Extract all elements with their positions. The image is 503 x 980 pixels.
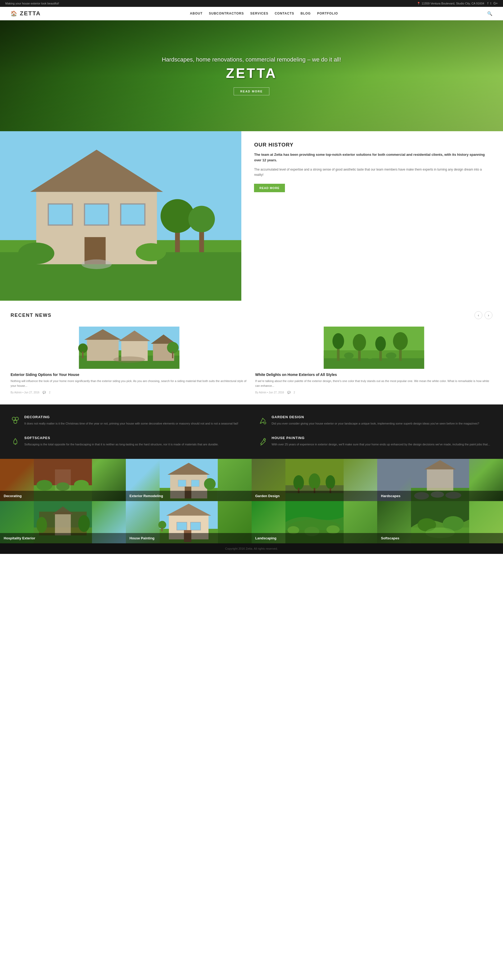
news-card-1-comments: 2 [49, 391, 51, 394]
portfolio-label-housepainting: House Painting [129, 536, 248, 540]
svg-point-14 [136, 243, 166, 261]
portfolio-label-hospitality: Hospitality Exterior [4, 536, 122, 540]
about-body-text: The accumulated level of expertise and a… [254, 167, 490, 178]
news-card-1-excerpt: Nothing will influence the look of your … [11, 379, 248, 388]
news-card-1-image [11, 326, 248, 369]
twitter-icon[interactable]: t [490, 2, 491, 5]
garden-icon [258, 416, 267, 428]
portfolio-item-housepainting[interactable]: House Painting [126, 501, 252, 543]
portfolio-item-softscapes[interactable]: Softscapes [377, 501, 503, 543]
nav-portfolio[interactable]: PORTFOLIO [317, 12, 338, 15]
portfolio-item-hardscapes[interactable]: Hardscapes [377, 459, 503, 501]
news-card-2-author: By Admin • Jun 27, 2016 [255, 391, 284, 394]
tagline: Making your house exterior look beautifu… [5, 2, 59, 5]
nav-subcontractors[interactable]: SUBCONTRACTORS [209, 12, 244, 15]
svg-rect-5 [48, 204, 72, 225]
news-section-header: RECENT NEWS ‹ › [11, 311, 492, 319]
nav-contacts[interactable]: CONTACTS [275, 12, 294, 15]
portfolio-label-exterior: Exterior Remodeling [129, 494, 248, 498]
portfolio-overlay-hospitality: Hospitality Exterior [0, 533, 126, 543]
header: 🏠 ZETTA ABOUT SUBCONTRACTORS SERVICES CO… [0, 7, 503, 20]
service-item-softscapes: SOFTSCAPES Softscaping is the total oppo… [11, 436, 245, 448]
news-nav-arrows: ‹ › [474, 311, 492, 319]
svg-point-47 [14, 420, 17, 423]
svg-rect-87 [55, 514, 71, 535]
svg-rect-57 [55, 469, 71, 490]
about-content: OUR HISTORY The team at Zetta has been p… [241, 131, 503, 301]
portfolio-item-landscaping[interactable]: Landscaping [252, 501, 377, 543]
svg-point-15 [81, 259, 112, 269]
hero-read-more-button[interactable]: READ MORE [234, 88, 269, 95]
svg-rect-51 [263, 438, 265, 440]
googleplus-icon[interactable]: G+ [493, 2, 498, 5]
address-bar: 📍 11559 Ventura Boulevard, Studio City, … [417, 2, 484, 5]
portfolio-label-softscapes: Softscapes [381, 536, 499, 540]
svg-point-43 [386, 352, 396, 359]
news-card-1-title: Exterior Siding Options for Your House [11, 372, 248, 377]
service-painting-title: HOUSE PAINTING [272, 436, 490, 440]
service-item-garden: GARDEN DESIGN Did you ever consider givi… [258, 415, 493, 428]
about-bold-text: The team at Zetta has been providing som… [254, 152, 490, 163]
painting-svg [258, 437, 267, 446]
nav-blog[interactable]: BLOG [300, 12, 311, 15]
svg-rect-93 [190, 522, 201, 530]
about-read-more-button[interactable]: READ MORE [254, 184, 285, 192]
svg-rect-6 [85, 204, 109, 225]
portfolio-label-hardscapes: Hardscapes [381, 494, 499, 498]
hero-subtitle: Hardscapes, home renovations, commercial… [162, 56, 341, 63]
about-image [0, 131, 241, 301]
portfolio-item-hospitality[interactable]: Hospitality Exterior [0, 501, 126, 543]
news-next-button[interactable]: › [484, 311, 492, 319]
news-card-1: Exterior Siding Options for Your House N… [11, 326, 248, 394]
recent-news-section: RECENT NEWS ‹ › [0, 301, 503, 404]
service-item-painting: HOUSE PAINTING With over 25 years of exp… [258, 436, 493, 448]
svg-point-102 [326, 525, 339, 534]
nav-services[interactable]: SERVICES [250, 12, 268, 15]
svg-point-29 [113, 356, 145, 363]
garden-svg [258, 416, 267, 426]
news-prev-button[interactable]: ‹ [474, 311, 482, 319]
svg-rect-92 [177, 522, 187, 530]
news-card-2-excerpt: If we're talking about the color palette… [255, 379, 493, 388]
svg-point-42 [366, 353, 374, 359]
portfolio-item-decorating[interactable]: Decorating [0, 459, 126, 501]
svg-point-56 [74, 480, 89, 490]
logo[interactable]: 🏠 ZETTA [11, 10, 41, 17]
top-bar: Making your house exterior look beautifu… [0, 0, 503, 7]
service-softscapes-text: Softscaping is the total opposite for th… [24, 442, 219, 447]
nav-about[interactable]: ABOUT [190, 12, 203, 15]
svg-point-70 [308, 473, 320, 489]
portfolio-overlay-landscaping: Landscaping [252, 533, 377, 543]
svg-rect-19 [87, 340, 119, 361]
comment-icon-2: 💬 [287, 391, 291, 394]
svg-point-68 [293, 475, 304, 490]
news-card-1-author: By Admin • Jun 27, 2016 [11, 391, 39, 394]
portfolio-overlay-hardscapes: Hardscapes [377, 491, 503, 501]
news-img-1-svg [11, 326, 248, 369]
portfolio-label-landscaping: Landscaping [255, 536, 374, 540]
portfolio-item-garden-design[interactable]: Garden Design [252, 459, 377, 501]
top-bar-right: 📍 11559 Ventura Boulevard, Studio City, … [417, 2, 498, 5]
svg-point-48 [264, 422, 266, 424]
logo-icon: 🏠 [11, 10, 18, 17]
svg-point-85 [37, 517, 47, 533]
location-icon: 📍 [417, 2, 420, 5]
news-card-1-meta: By Admin • Jun 27, 2016 💬 2 [11, 391, 248, 394]
svg-point-38 [375, 336, 386, 351]
softscapes-icon [11, 437, 20, 448]
news-card-2-image [255, 326, 493, 369]
news-card-2-meta: By Admin • Jun 27, 2016 💬 2 [255, 391, 493, 394]
service-decorating-text: It does not really matter is it the Chri… [24, 421, 238, 426]
house-illustration [0, 131, 241, 301]
svg-point-65 [204, 478, 216, 490]
facebook-icon[interactable]: f [487, 2, 488, 5]
news-card-2: White Delights on Home Exteriors of All … [255, 326, 493, 394]
search-icon[interactable]: 🔍 [487, 11, 492, 16]
decorating-svg [11, 416, 20, 426]
about-section: OUR HISTORY The team at Zetta has been p… [0, 131, 503, 301]
svg-rect-62 [178, 480, 186, 487]
address-text: 11559 Ventura Boulevard, Studio City, CA… [422, 2, 484, 5]
main-nav: ABOUT SUBCONTRACTORS SERVICES CONTACTS B… [190, 12, 338, 15]
service-decorating-content: DECORATING It does not really matter is … [24, 415, 238, 426]
portfolio-item-exterior[interactable]: Exterior Remodeling [126, 459, 252, 501]
